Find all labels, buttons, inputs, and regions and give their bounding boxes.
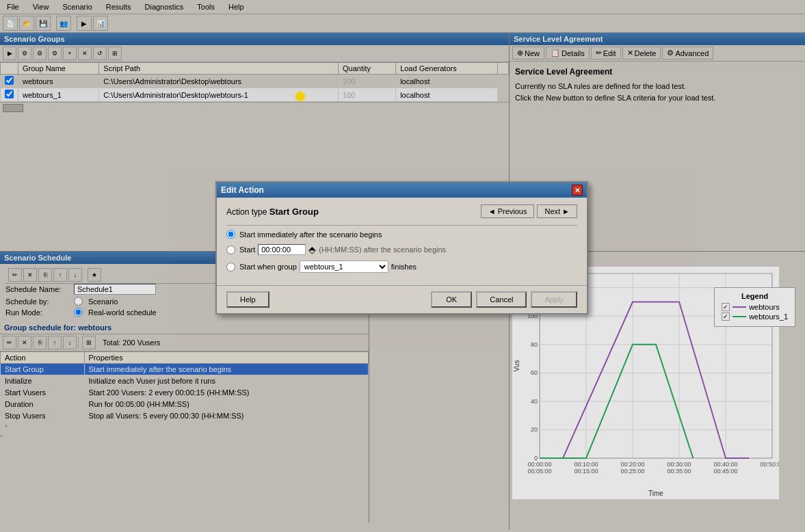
time-hint: (HH:MM:SS) after the scenario begins [319, 245, 446, 254]
apply-btn[interactable]: Apply [531, 291, 577, 308]
option2-row: Start ⬘ (HH:MM:SS) after the scenario be… [226, 244, 577, 255]
option3-row: Start when group webtours_1 finishes [226, 261, 577, 273]
time-spinner[interactable]: ⬘ [308, 244, 316, 255]
footer-right: OK Cancel Apply [431, 291, 577, 308]
modal-separator [226, 225, 577, 226]
next-btn[interactable]: Next ► [537, 204, 577, 218]
footer-left: Help [226, 291, 269, 308]
time-input-wrap: ⬘ (HH:MM:SS) after the scenario begins [258, 244, 446, 255]
time-input[interactable] [258, 244, 306, 255]
modal-body: Action type Start Group ◄ Previous Next … [217, 198, 587, 285]
nav-buttons: ◄ Previous Next ► [481, 204, 577, 218]
option3-radio[interactable] [226, 263, 235, 271]
help-btn[interactable]: Help [226, 291, 269, 308]
option1-label: Start immediately after the scenario beg… [239, 230, 382, 239]
option1-row: Start immediately after the scenario beg… [226, 230, 577, 239]
cancel-btn[interactable]: Cancel [476, 291, 527, 308]
option2-start-label: Start [239, 245, 255, 254]
modal-close-btn[interactable]: ✕ [572, 185, 583, 196]
modal-footer: Help OK Cancel Apply [217, 285, 587, 313]
option2-radio[interactable] [226, 245, 235, 254]
action-type-value: Start Group [269, 207, 319, 217]
ok-btn[interactable]: OK [431, 291, 472, 308]
modal-overlay: Edit Action ✕ Action type Start Group ◄ … [0, 0, 805, 532]
modal-title: Edit Action [221, 185, 264, 195]
option3-suffix-label: finishes [391, 263, 417, 271]
prev-btn[interactable]: ◄ Previous [481, 204, 535, 218]
option3-group-dropdown[interactable]: webtours_1 [300, 261, 388, 273]
action-type-label: Action type Start Group [226, 207, 319, 217]
modal-titlebar: Edit Action ✕ [217, 183, 587, 198]
option1-radio[interactable] [226, 230, 235, 239]
option3-prefix-label: Start when group [239, 263, 297, 271]
modal-header-row: Action type Start Group ◄ Previous Next … [226, 204, 577, 218]
edit-action-dialog: Edit Action ✕ Action type Start Group ◄ … [215, 181, 588, 315]
action-type-prefix: Action type [226, 207, 267, 217]
